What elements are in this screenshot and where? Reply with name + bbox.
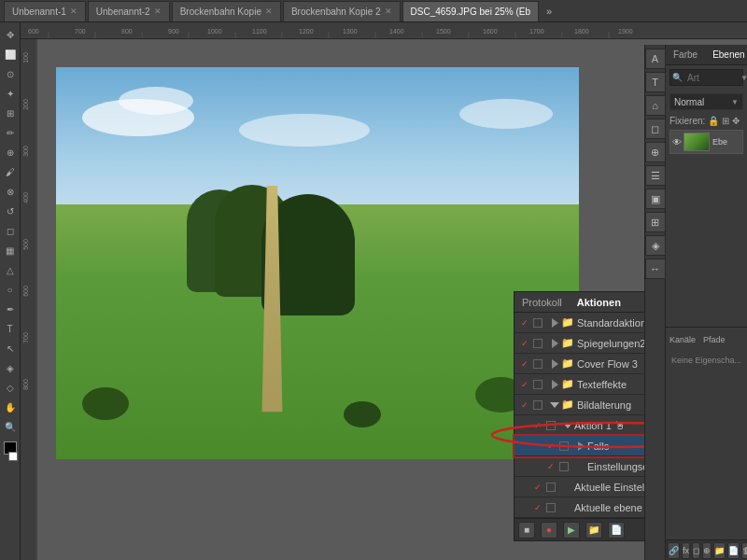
new-group-button[interactable]: 📁 <box>713 542 726 559</box>
tool-gradient[interactable]: ▦ <box>2 242 19 259</box>
tool-eraser[interactable]: ◻ <box>2 222 19 239</box>
sq-aktion1 <box>546 421 559 430</box>
check-aktion1: ✓ <box>531 421 544 430</box>
bush-1 <box>82 387 129 420</box>
add-style-button[interactable]: fx <box>682 542 690 559</box>
sq-aktuelle-einst <box>546 483 559 492</box>
bottom-panel-tabs: Kanäle Pfade <box>666 327 747 352</box>
close-tab-1[interactable]: ✕ <box>70 7 78 16</box>
close-tab-4[interactable]: ✕ <box>385 7 392 16</box>
tool-text[interactable]: T <box>2 320 19 337</box>
new-layer-button[interactable]: 📄 <box>727 542 740 559</box>
tab-dsc4659[interactable]: DSC_4659.JPG bei 25% (Eb <box>402 1 539 21</box>
ruler-h-svg: 600 700 800 900 1000 1100 1200 1300 1400… <box>21 22 747 39</box>
link-layers-button[interactable]: 🔗 <box>668 542 680 559</box>
right-icons-toolbar: A T ⌂ ◻ ⊕ ☰ ▣ ⊞ ◈ ↔ <box>645 45 666 560</box>
svg-text:1100: 1100 <box>252 28 267 35</box>
layer-item[interactable]: 👁 Ebe <box>669 130 743 154</box>
record-button[interactable]: ● <box>541 522 557 539</box>
new-action-button[interactable]: 📄 <box>608 522 625 539</box>
check-texteffekte: ✓ <box>518 380 531 389</box>
lock-icon[interactable]: 🔒 <box>708 116 719 126</box>
lock-label: Fixieren: <box>669 116 705 126</box>
right-tool-6[interactable]: ☰ <box>645 165 666 186</box>
new-adj-layer-button[interactable]: ⊕ <box>702 542 712 559</box>
lock-position-icon[interactable]: ✥ <box>732 116 740 126</box>
right-tool-1[interactable]: A <box>645 49 666 69</box>
close-tab-2[interactable]: ✕ <box>154 7 162 16</box>
right-tool-8[interactable]: ⊞ <box>645 212 666 232</box>
tool-bg-color[interactable] <box>8 452 18 461</box>
sq-einstellungsebene <box>559 462 572 471</box>
svg-text:900: 900 <box>168 28 179 35</box>
tri-bildalterung <box>548 402 561 408</box>
tri-aktion1 <box>561 423 574 428</box>
aktionen-tab[interactable]: Aktionen <box>570 292 628 313</box>
tool-history-brush[interactable]: ↺ <box>2 203 19 219</box>
tool-move[interactable]: ✥ <box>2 26 19 43</box>
right-tool-5[interactable]: ⊕ <box>645 142 666 162</box>
tab-unbenannt2[interactable]: Unbenannt-2 ✕ <box>88 1 170 21</box>
tool-hand[interactable]: ✋ <box>2 399 19 415</box>
ebenen-tab[interactable]: Ebenen <box>705 45 747 64</box>
pfade-tab[interactable]: Pfade <box>699 328 729 352</box>
right-tool-4[interactable]: ◻ <box>645 119 666 139</box>
tool-clone[interactable]: ⊗ <box>2 183 19 200</box>
right-tool-2[interactable]: T <box>645 72 666 92</box>
tool-pen[interactable]: ✒ <box>2 301 19 317</box>
tab-brockenbahn-kopie[interactable]: Brockenbahn Kopie ✕ <box>172 1 281 21</box>
svg-text:400: 400 <box>22 192 29 203</box>
sq-spiegelungen2 <box>533 339 546 348</box>
tab-overflow-button[interactable]: » <box>541 6 557 17</box>
tab-brockenbahn-kopie2[interactable]: Brockenbahn Kopie 2 ✕ <box>283 1 401 21</box>
layer-name: Ebe <box>712 137 727 147</box>
right-tool-9[interactable]: ◈ <box>645 235 666 256</box>
layer-search[interactable]: 🔍 ▼ <box>669 69 743 86</box>
folder-spiegelungen2: 📁 <box>561 337 574 349</box>
farbe-tab[interactable]: Farbe <box>666 45 705 64</box>
tool-lasso[interactable]: ⊙ <box>2 65 19 82</box>
right-tool-7[interactable]: ▣ <box>645 189 666 209</box>
tri-spiegelungen2 <box>548 339 561 348</box>
svg-text:500: 500 <box>22 239 29 250</box>
right-tool-10[interactable]: ↔ <box>645 259 666 279</box>
tool-crop[interactable]: ⊞ <box>2 105 19 121</box>
tool-path-select[interactable]: ↖ <box>2 340 19 357</box>
tab-unbenannt1[interactable]: Unbenannt-1 ✕ <box>4 1 86 21</box>
canvas-content[interactable]: Protokoll Aktionen » ☰ ✓ 📁 Standardaktio… <box>37 39 747 560</box>
tool-brush[interactable]: 🖌 <box>2 163 19 180</box>
lock-all-icon[interactable]: ⊞ <box>722 116 729 126</box>
search-dropdown-icon[interactable]: ▼ <box>740 74 747 82</box>
tool-magic-wand[interactable]: ✦ <box>2 85 19 102</box>
search-icon: 🔍 <box>670 73 684 82</box>
tool-eyedropper[interactable]: ✏ <box>2 124 19 141</box>
tool-zoom[interactable]: 🔍 <box>2 418 19 435</box>
lock-row: Fixieren: 🔒 ⊞ ✥ <box>669 116 743 126</box>
tool-dodge[interactable]: ○ <box>2 281 19 298</box>
svg-text:1900: 1900 <box>618 28 633 35</box>
tool-blur[interactable]: △ <box>2 261 19 278</box>
close-tab-3[interactable]: ✕ <box>265 7 273 16</box>
blend-mode-selector[interactable]: Normal ▼ <box>669 93 743 110</box>
stop-button[interactable]: ■ <box>518 522 535 539</box>
add-mask-button[interactable]: ◻ <box>692 542 700 559</box>
delete-layer-button[interactable]: 🗑 <box>741 542 747 559</box>
sq-standardaktionen <box>533 318 546 328</box>
protokoll-tab[interactable]: Protokoll <box>514 292 570 313</box>
folder-standardaktionen: 📁 <box>561 316 574 329</box>
tool-heal[interactable]: ⊕ <box>2 144 19 161</box>
tool-select-rect[interactable]: ⬜ <box>2 46 19 63</box>
right-tool-3[interactable]: ⌂ <box>645 95 666 116</box>
svg-text:1600: 1600 <box>483 28 498 35</box>
check-standardaktionen: ✓ <box>518 318 531 328</box>
new-set-button[interactable]: 📁 <box>585 522 602 539</box>
tool-3d[interactable]: ◇ <box>2 379 19 396</box>
tool-shape[interactable]: ◈ <box>2 359 19 376</box>
svg-text:100: 100 <box>22 52 29 63</box>
canvas-area: 600 700 800 900 1000 1100 1200 1300 1400… <box>21 22 747 560</box>
ruler-horizontal: 600 700 800 900 1000 1100 1200 1300 1400… <box>21 22 747 39</box>
kanale-tab[interactable]: Kanäle <box>666 328 699 352</box>
search-input[interactable] <box>684 73 740 83</box>
layer-visibility-icon[interactable]: 👁 <box>672 137 682 147</box>
play-button[interactable]: ▶ <box>563 522 580 539</box>
